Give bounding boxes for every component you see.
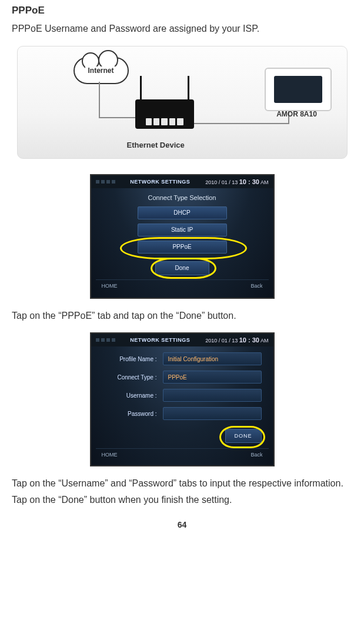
amor-label: AMOR 8A10 xyxy=(265,110,329,118)
clock: 2010 / 01 / 13 10 : 30 AM xyxy=(205,178,268,185)
screenshot-connect-type: NETWORK SETTINGS 2010 / 01 / 13 10 : 30 … xyxy=(90,174,275,299)
done-button[interactable]: Done xyxy=(155,261,209,275)
step-2b-text: Tap on the “Done” button when you finish… xyxy=(12,494,352,506)
clock: 2010 / 01 / 13 10 : 30 AM xyxy=(205,336,268,344)
row-profile-name: Profile Name : Initial Configuration xyxy=(103,352,262,365)
page-number: 64 xyxy=(12,520,352,529)
connect-type-label: Connect Type : xyxy=(103,374,157,381)
wire xyxy=(99,117,135,118)
amor-device-icon xyxy=(265,68,332,111)
section-title: PPPoE xyxy=(12,5,352,16)
internet-label: Internet xyxy=(85,66,116,75)
screen-header: NETWORK SETTINGS xyxy=(130,179,190,185)
router-icon xyxy=(135,99,194,129)
screenshot-pppoe-form: NETWORK SETTINGS 2010 / 01 / 13 10 : 30 … xyxy=(90,332,275,466)
profile-label: Profile Name : xyxy=(103,356,157,362)
password-label: Password : xyxy=(103,411,157,417)
row-password: Password : xyxy=(103,407,262,420)
wire xyxy=(194,123,288,124)
option-static-ip[interactable]: Static IP xyxy=(138,224,227,236)
status-bar: NETWORK SETTINGS 2010 / 01 / 13 10 : 30 … xyxy=(91,334,273,346)
status-icons xyxy=(96,180,115,184)
connect-type-value[interactable]: PPPoE xyxy=(163,371,262,384)
screen-header: NETWORK SETTINGS xyxy=(130,337,190,343)
back-button[interactable]: Back xyxy=(251,452,262,458)
antenna-icon xyxy=(188,76,189,99)
back-button[interactable]: Back xyxy=(251,283,262,289)
router-ports xyxy=(146,118,183,125)
antenna-icon xyxy=(140,76,142,99)
screen-body: Profile Name : Initial Configuration Con… xyxy=(91,346,273,465)
screen-body: Connect Type Selection DHCP Static IP PP… xyxy=(91,188,273,298)
ethernet-label: Ethernet Device xyxy=(127,141,185,149)
option-pppoe[interactable]: PPPoE xyxy=(138,241,227,254)
status-bar: NETWORK SETTINGS 2010 / 01 / 13 10 : 30 … xyxy=(91,175,273,188)
password-field[interactable] xyxy=(163,407,262,420)
network-diagram: Internet AMOR 8A10 Ethernet Device xyxy=(17,46,348,159)
intro-text: PPPoE Username and Password are assigned… xyxy=(12,22,352,35)
wire xyxy=(99,82,100,117)
device-screen xyxy=(274,76,322,103)
internet-cloud: Internet xyxy=(74,57,129,84)
username-field[interactable] xyxy=(163,389,262,402)
option-dhcp[interactable]: DHCP xyxy=(138,206,227,219)
home-button[interactable]: HOME xyxy=(102,283,118,289)
home-button[interactable]: HOME xyxy=(102,452,118,458)
step-2a-text: Tap on the “Username” and “Password” tab… xyxy=(12,477,352,490)
row-connect-type: Connect Type : PPPoE xyxy=(103,371,262,384)
username-label: Username : xyxy=(103,392,157,399)
profile-value[interactable]: Initial Configuration xyxy=(163,352,262,365)
step-1-text: Tap on the “PPPoE” tab and tap on the “D… xyxy=(12,309,352,322)
row-username: Username : xyxy=(103,389,262,402)
done-button[interactable]: DONE xyxy=(225,429,262,443)
status-icons xyxy=(96,338,115,342)
panel-title: Connect Type Selection xyxy=(148,194,216,201)
